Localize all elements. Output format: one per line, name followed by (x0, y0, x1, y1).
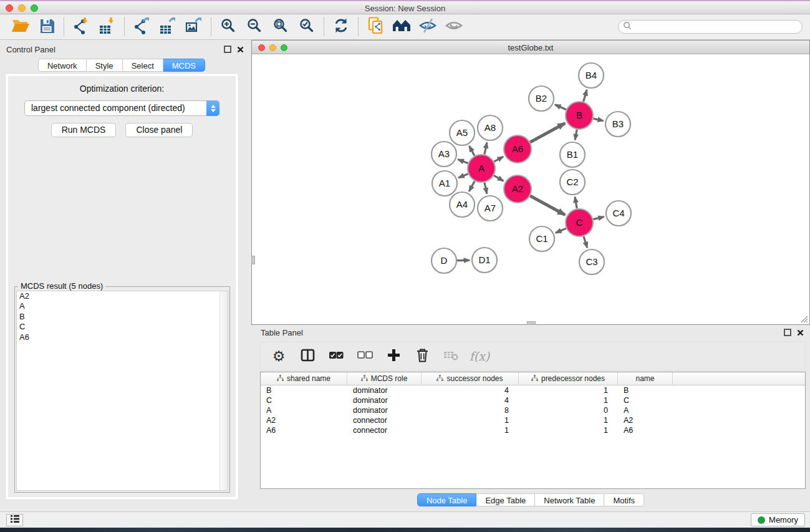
zoom-fit-button[interactable] (268, 16, 294, 37)
show-eye-button[interactable] (441, 16, 467, 37)
edge-B-B3[interactable] (593, 118, 603, 121)
cell-predecessor-nodes[interactable]: 1 (519, 415, 618, 425)
cell-successor-nodes[interactable]: 1 (422, 415, 519, 425)
table-row[interactable]: Adominator80A (261, 405, 805, 415)
select-all-button[interactable] (324, 345, 348, 367)
mcds-result-list[interactable]: A2ABCA6 (16, 291, 228, 491)
hide-eye-button[interactable] (415, 16, 441, 37)
scrollbar[interactable] (219, 291, 228, 490)
mcds-result-item[interactable]: A2 (17, 291, 228, 301)
tab-select[interactable]: Select (123, 59, 163, 72)
save-session-button[interactable] (34, 16, 60, 37)
resize-grip[interactable] (799, 314, 808, 323)
run-mcds-button[interactable]: Run MCDS (51, 123, 117, 137)
edge-C-C2[interactable] (575, 197, 577, 209)
cell-MCDS-role[interactable]: dominator (347, 405, 422, 415)
vertical-scroll-thumb[interactable] (251, 256, 255, 264)
cell-successor-nodes[interactable]: 4 (422, 385, 519, 395)
delete-row-button[interactable] (410, 345, 434, 367)
cell-shared-name[interactable]: C (261, 395, 347, 405)
close-panel-button[interactable]: Close panel (125, 123, 193, 137)
settings-button[interactable]: ⚙ (267, 345, 291, 367)
cell-name[interactable]: A (618, 405, 673, 415)
cell-name[interactable]: A2 (618, 415, 673, 425)
table-row[interactable]: A6connector11A6 (261, 425, 805, 435)
zoom-in-button[interactable] (215, 16, 241, 37)
cell-successor-nodes[interactable]: 8 (422, 405, 519, 415)
edge-B-B1[interactable] (575, 130, 577, 140)
edge-A-A8[interactable] (485, 142, 487, 154)
cell-name[interactable]: A6 (618, 425, 673, 435)
zoom-selected-button[interactable] (294, 16, 320, 37)
zoom-out-button[interactable] (241, 16, 268, 37)
cell-shared-name[interactable]: B (261, 385, 347, 395)
mcds-result-item[interactable]: A6 (17, 332, 228, 342)
cell-predecessor-nodes[interactable]: 1 (519, 425, 618, 435)
cell-MCDS-role[interactable]: dominator (347, 385, 422, 395)
edge-A6-B[interactable] (530, 123, 565, 142)
edge-A-A4[interactable] (469, 181, 475, 191)
open-session-button[interactable] (7, 16, 34, 37)
cell-successor-nodes[interactable]: 4 (422, 395, 519, 405)
close-panel-icon[interactable] (237, 46, 244, 55)
cell-predecessor-nodes[interactable]: 0 (519, 405, 618, 415)
cell-shared-name[interactable]: A (261, 405, 347, 415)
refresh-button[interactable] (328, 16, 354, 37)
edge-A-A3[interactable] (458, 160, 468, 163)
tab-node-table[interactable]: Node Table (417, 493, 477, 506)
close-panel-icon[interactable] (797, 329, 804, 338)
column-header-predecessor-nodes[interactable]: predecessor nodes (519, 372, 618, 385)
edge-C-C3[interactable] (584, 236, 587, 248)
cell-predecessor-nodes[interactable]: 1 (519, 395, 618, 405)
export-image-button[interactable] (181, 16, 207, 37)
copy-network-button[interactable] (362, 16, 388, 37)
mcds-result-item[interactable]: A (17, 301, 228, 311)
mcds-result-item[interactable]: C (17, 322, 228, 332)
tab-style[interactable]: Style (87, 59, 123, 72)
cell-shared-name[interactable]: A6 (261, 425, 347, 435)
column-header-shared-name[interactable]: shared name (261, 372, 347, 385)
cell-shared-name[interactable]: A2 (261, 415, 347, 425)
task-history-button[interactable] (6, 514, 23, 526)
node-table[interactable]: shared nameMCDS rolesuccessor nodesprede… (260, 372, 806, 489)
cell-successor-nodes[interactable]: 1 (422, 425, 519, 435)
cell-name[interactable]: C (618, 395, 673, 405)
network-graph[interactable]: AA1A2A3A4A5A6A7A8BB1B2B3B4CC1C2C3C4DD1 (253, 54, 809, 324)
edge-C-C1[interactable] (556, 228, 566, 233)
table-row[interactable]: Bdominator41B (261, 385, 805, 395)
edge-A2-C[interactable] (530, 196, 565, 215)
edge-B-B4[interactable] (584, 90, 587, 102)
float-panel-icon[interactable] (784, 329, 791, 338)
network-window-titlebar[interactable]: testGlobe.txt (252, 41, 809, 54)
tab-network-table[interactable]: Network Table (535, 493, 604, 506)
memory-button[interactable]: Memory (751, 513, 805, 526)
edge-A-A7[interactable] (485, 182, 487, 193)
edge-A-A1[interactable] (458, 174, 468, 178)
column-header-MCDS-role[interactable]: MCDS role (347, 372, 422, 385)
home-button[interactable] (388, 16, 415, 37)
network-canvas[interactable]: AA1A2A3A4A5A6A7A8BB1B2B3B4CC1C2C3C4DD1 (253, 54, 809, 324)
edge-A-A5[interactable] (469, 146, 475, 156)
edge-A-A6[interactable] (494, 157, 503, 162)
search-input[interactable] (632, 21, 802, 32)
edge-C-C4[interactable] (593, 217, 604, 220)
cell-MCDS-role[interactable]: connector (347, 425, 422, 435)
tab-motifs[interactable]: Motifs (604, 493, 644, 506)
tab-network[interactable]: Network (38, 59, 87, 72)
edge-B-B2[interactable] (555, 105, 566, 110)
import-table-button[interactable] (94, 16, 120, 37)
cell-name[interactable]: B (618, 385, 673, 395)
export-table-button[interactable] (155, 16, 181, 37)
criterion-dropdown[interactable]: largest connected component (directed) (24, 100, 219, 116)
export-network-button[interactable] (128, 16, 155, 37)
column-header-name[interactable]: name (618, 372, 673, 385)
import-network-button[interactable] (68, 16, 94, 37)
cell-predecessor-nodes[interactable]: 1 (519, 385, 618, 395)
float-panel-icon[interactable] (224, 46, 231, 55)
mcds-result-item[interactable]: B (17, 312, 228, 322)
deselect-all-button[interactable] (353, 345, 377, 367)
tab-edge-table[interactable]: Edge Table (476, 493, 535, 506)
tab-mcds[interactable]: MCDS (163, 59, 205, 72)
column-header-successor-nodes[interactable]: successor nodes (422, 372, 519, 385)
search-field[interactable] (618, 20, 803, 34)
